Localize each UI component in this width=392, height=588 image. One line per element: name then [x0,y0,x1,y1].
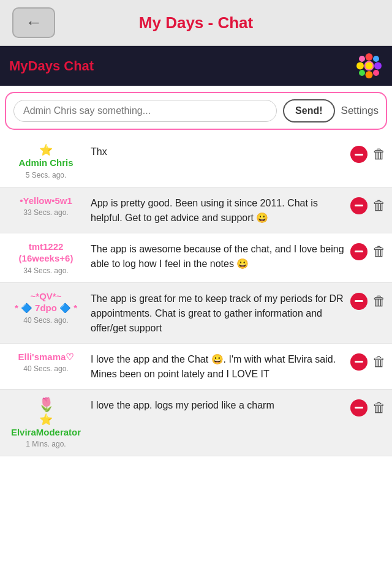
action-col: 🗑 [350,397,386,417]
svg-point-8 [373,70,379,76]
back-button[interactable]: ← [12,7,55,38]
user-col: tmt1222 (16weeks+6)34 Secs. ago. [6,241,86,275]
message-time: 5 Secs. ago. [6,171,86,179]
user-col: ~*QV*~ * 🔷 7dpo 🔷 *40 Secs. ago. [6,290,86,325]
back-arrow-icon: ← [25,13,42,32]
chat-row: ⭐Admin Chris5 Secs. ago.Thx🗑 [0,136,392,187]
svg-point-5 [359,56,365,62]
header-title: MyDays Chat [9,58,94,74]
delete-button[interactable]: 🗑 [372,293,386,309]
svg-point-9 [366,62,373,70]
flower-icon [355,52,383,80]
star-icon: ⭐ [6,413,86,426]
input-area: Send! Settings [5,92,387,130]
user-name: •Yellow•5w1 [6,195,86,207]
chat-row: •Yellow•5w133 Secs. ago.App is pretty go… [0,187,392,233]
chat-row: Elli'smama♡40 Secs. ago.I love the app a… [0,344,392,390]
action-col: 🗑 [350,290,386,310]
chat-row: 🌷⭐ElviraModerator1 Mins. ago.I love the … [0,390,392,457]
chat-list: ⭐Admin Chris5 Secs. ago.Thx🗑•Yellow•5w13… [0,136,392,588]
message-text: The app is awesome because of the chat, … [91,241,345,271]
delete-button[interactable]: 🗑 [372,354,386,370]
block-button[interactable] [350,293,368,310]
user-col: •Yellow•5w133 Secs. ago. [6,195,86,217]
action-col: 🗑 [350,241,386,260]
block-button[interactable] [350,197,368,214]
message-time: 40 Secs. ago. [6,316,86,325]
svg-point-1 [366,53,373,61]
header-bar: MyDays Chat [0,46,392,86]
message-time: 33 Secs. ago. [6,208,86,217]
top-bar: ← My Days - Chat [0,0,392,46]
user-col: Elli'smama♡40 Secs. ago. [6,351,86,374]
delete-button[interactable]: 🗑 [372,146,386,162]
message-text: I love the app and the Chat 😀. I'm with … [91,351,345,382]
delete-button[interactable]: 🗑 [372,400,386,416]
block-button[interactable] [350,243,368,260]
svg-point-3 [356,62,364,70]
user-col: ⭐Admin Chris5 Secs. ago. [6,143,86,179]
delete-button[interactable]: 🗑 [372,198,386,214]
svg-point-2 [366,71,373,78]
send-button[interactable]: Send! [283,99,334,123]
block-button[interactable] [350,353,368,371]
settings-link[interactable]: Settings [341,105,379,117]
user-name: Elli'smama♡ [6,351,86,363]
user-name: tmt1222 (16weeks+6) [6,241,86,265]
chat-row: tmt1222 (16weeks+6)34 Secs. ago.The app … [0,233,392,283]
svg-point-6 [373,56,379,62]
page-title: My Days - Chat [55,13,337,32]
message-text: I love the app. logs my period like a ch… [91,397,345,413]
delete-button[interactable]: 🗑 [372,244,386,260]
message-time: 34 Secs. ago. [6,266,86,275]
message-time: 40 Secs. ago. [6,364,86,373]
message-text: The app is great for me to keep track of… [91,290,345,336]
block-button[interactable] [350,399,368,417]
message-text: App is pretty good. Been using it since … [91,195,345,225]
action-col: 🗑 [350,195,386,214]
user-col: 🌷⭐ElviraModerator1 Mins. ago. [6,397,86,449]
user-name: ElviraModerator [6,426,86,439]
user-name: Admin Chris [6,157,86,169]
star-icon: ⭐ [6,143,86,157]
chat-row: ~*QV*~ * 🔷 7dpo 🔷 *40 Secs. ago.The app … [0,283,392,344]
chat-input[interactable] [13,100,277,122]
block-button[interactable] [350,146,368,163]
message-time: 1 Mins. ago. [6,440,86,448]
tulip-icon: 🌷 [6,397,86,413]
svg-point-7 [359,70,365,76]
svg-point-4 [374,62,382,70]
user-name: ~*QV*~ * 🔷 7dpo 🔷 * [6,290,86,314]
message-text: Thx [91,143,345,159]
action-col: 🗑 [350,351,386,371]
action-col: 🗑 [350,143,386,163]
